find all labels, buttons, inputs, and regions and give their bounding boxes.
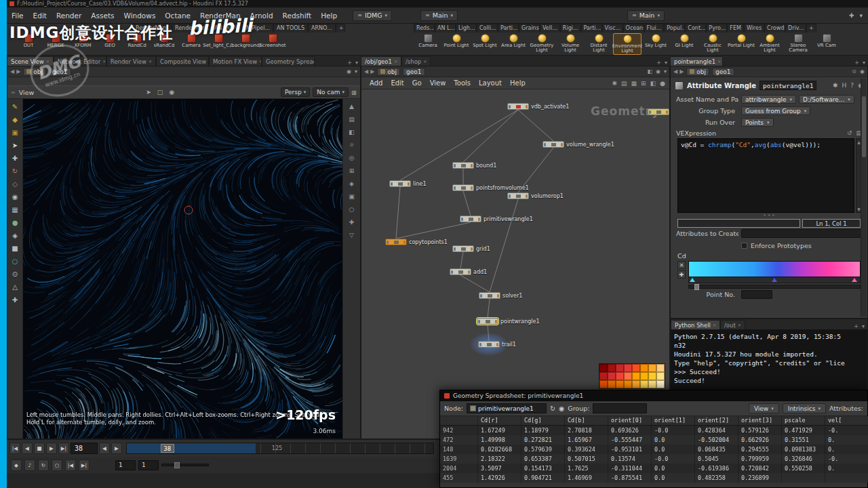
shelf-tool[interactable]: Environment Light — [613, 33, 642, 55]
shelf-tab[interactable]: Reds... — [414, 24, 435, 33]
shelf-menu-icon[interactable]: ▾ — [859, 12, 863, 19]
palette-swatch[interactable] — [608, 364, 616, 372]
pathbar-menu-icon[interactable]: ▾ — [664, 68, 667, 75]
spreadsheet-cell[interactable]: 0. — [825, 435, 868, 445]
row-id-cell[interactable]: 148 — [440, 445, 478, 454]
spreadsheet-cell[interactable]: 0.799959 — [738, 454, 782, 464]
spreadsheet-cell[interactable]: 0.294555 — [738, 445, 782, 454]
node-chip[interactable] — [507, 192, 529, 199]
spreadsheet-node-field[interactable]: primitivewrangle1 — [467, 403, 547, 413]
node-chip[interactable] — [385, 239, 407, 245]
menu-assets[interactable]: Assets — [86, 10, 119, 21]
palette-swatch[interactable] — [624, 380, 632, 388]
shelf-tool[interactable]: Caustic Light — [698, 33, 727, 55]
palette-swatch[interactable] — [616, 380, 624, 388]
view-tool-label[interactable]: View — [19, 89, 35, 96]
row-id-cell[interactable]: 455 — [440, 473, 478, 483]
node-chip[interactable] — [478, 341, 500, 348]
spreadsheet-cell[interactable]: -0. — [825, 426, 868, 435]
pane-menu-icon[interactable]: ▾ — [355, 60, 358, 66]
shelf-tab[interactable]: AN TOOLS — [273, 24, 308, 33]
palette-swatch[interactable] — [599, 380, 608, 388]
pane-menu-icon[interactable]: ▾ — [862, 323, 865, 329]
close-icon[interactable]: ✕ — [423, 59, 427, 64]
back-icon[interactable]: ◀ — [10, 68, 14, 75]
column-header[interactable]: vel[ — [825, 416, 868, 426]
spreadsheet-cell[interactable]: 0.507015 — [565, 454, 608, 464]
spreadsheet-cell[interactable]: 1.7625 — [565, 464, 608, 473]
handles-tool-icon[interactable]: ◉ — [10, 193, 20, 201]
shelf-tool[interactable]: Sky Light — [642, 33, 670, 55]
spreadsheet-cell[interactable] — [825, 473, 868, 483]
menu-render[interactable]: Render — [52, 10, 86, 21]
split-icon[interactable]: ◧ — [650, 80, 656, 87]
palette-swatch[interactable] — [624, 372, 632, 380]
spreadsheet-table[interactable]: Cd[r]Cd[g]Cd[b]orient[0]orient[1]orient[… — [440, 416, 867, 483]
timeline[interactable]: 125 38 — [126, 443, 434, 454]
material-toggle-icon[interactable]: ◈ — [349, 180, 354, 187]
camera-dropdown[interactable]: No cam ▾ — [313, 87, 349, 97]
node-input-flag[interactable] — [478, 320, 480, 323]
attributes-to-create-field[interactable] — [741, 229, 862, 238]
path-obj-chip[interactable]: obj — [686, 68, 709, 76]
node-unnamed[interactable] — [648, 108, 669, 115]
shelf-tool[interactable]: Geometry Light — [528, 33, 556, 55]
spreadsheet-cell[interactable]: 0.579126 — [738, 426, 782, 435]
palette-swatch[interactable] — [648, 380, 656, 388]
spreadsheet-cell[interactable]: 0. — [825, 464, 868, 473]
wireframe-toggle-icon[interactable]: ◧ — [349, 129, 355, 136]
ramp-delete-button[interactable]: ✕ — [677, 261, 686, 269]
spreadsheet-cell[interactable]: -0.953101 — [608, 445, 652, 454]
viewport[interactable]: Left mouse tumbles. Middle pans. Right d… — [23, 99, 342, 439]
spreadsheet-cell[interactable]: 0.550258 — [782, 464, 825, 473]
primitives-display-icon[interactable]: ◈ — [10, 232, 20, 240]
enforce-prototypes-checkbox[interactable] — [741, 243, 747, 249]
normals-display-icon[interactable]: △ — [10, 283, 20, 291]
spreadsheet-cell[interactable]: 2.18322 — [478, 454, 521, 464]
shelf-tab[interactable]: Popul... — [664, 24, 685, 33]
spreadsheet-cell[interactable]: 0.154173 — [521, 464, 565, 473]
spreadsheet-cell[interactable]: 0.068435 — [695, 445, 738, 454]
more-display-icon[interactable]: ▽ — [349, 232, 354, 239]
next-key-button[interactable]: ▶ — [111, 443, 122, 454]
spreadsheet-cell[interactable]: 0.31551 — [782, 435, 825, 445]
close-icon[interactable]: ✕ — [394, 59, 397, 64]
row-id-cell[interactable]: 942 — [440, 426, 478, 435]
projection-dropdown[interactable]: Persp ▾ — [281, 87, 310, 97]
spreadsheet-cell[interactable]: 0.272821 — [521, 435, 565, 445]
menu-edit[interactable]: Edit — [28, 10, 52, 21]
spreadsheet-cell[interactable]: 2.70818 — [565, 426, 608, 435]
step-back-button[interactable]: ◀ — [22, 443, 33, 454]
reload-icon[interactable]: ↺ — [847, 129, 852, 136]
link-icon[interactable]: ⊙ — [852, 68, 856, 75]
column-header[interactable]: orient[0] — [608, 416, 652, 426]
select-tool-icon[interactable]: ➤ — [10, 142, 20, 150]
spreadsheet-cell[interactable]: 0.653387 — [521, 454, 565, 464]
loop-button[interactable]: ↻ — [38, 460, 49, 471]
render-region-icon[interactable]: ◉ — [169, 89, 174, 96]
palette-swatch[interactable] — [624, 364, 632, 372]
spreadsheet-cell[interactable]: 0.904721 — [521, 473, 565, 483]
node-copytopoints1[interactable]: copytopoints1 — [385, 239, 448, 245]
pin-icon[interactable]: ◉ — [656, 68, 660, 75]
tile-icon[interactable]: ⊞ — [641, 80, 646, 87]
spreadsheet-cell[interactable]: 1.67249 — [478, 426, 521, 435]
close-icon[interactable]: ✕ — [149, 59, 152, 64]
view-tool-icon[interactable]: ○ — [10, 258, 20, 266]
range-start-button[interactable]: |◀ — [65, 460, 76, 471]
palette-swatch[interactable] — [608, 372, 616, 380]
jump-end-button[interactable]: ▶| — [58, 443, 69, 454]
scale-tool-icon[interactable]: ◇ — [10, 180, 20, 188]
shelf-tab[interactable]: Rigi... — [560, 24, 581, 33]
new-tab-icon[interactable]: + — [656, 60, 661, 66]
shelf-tool[interactable]: GI Light — [670, 33, 698, 55]
spreadsheet-cell[interactable]: 0.0 — [652, 464, 695, 473]
current-frame-field[interactable]: 38 — [71, 443, 98, 454]
lighting-toggle-icon[interactable]: ☼ — [349, 142, 354, 148]
high-quality-toggle-icon[interactable]: ◎ — [349, 155, 355, 161]
node-output-flag[interactable] — [496, 343, 498, 346]
pane-tab[interactable]: /out✕ — [720, 320, 745, 329]
shelf-tool[interactable]: Camera — [414, 33, 442, 55]
add-tool-icon[interactable]: ✚ — [10, 296, 20, 304]
spreadsheet-cell[interactable]: 0.0 — [652, 473, 695, 483]
